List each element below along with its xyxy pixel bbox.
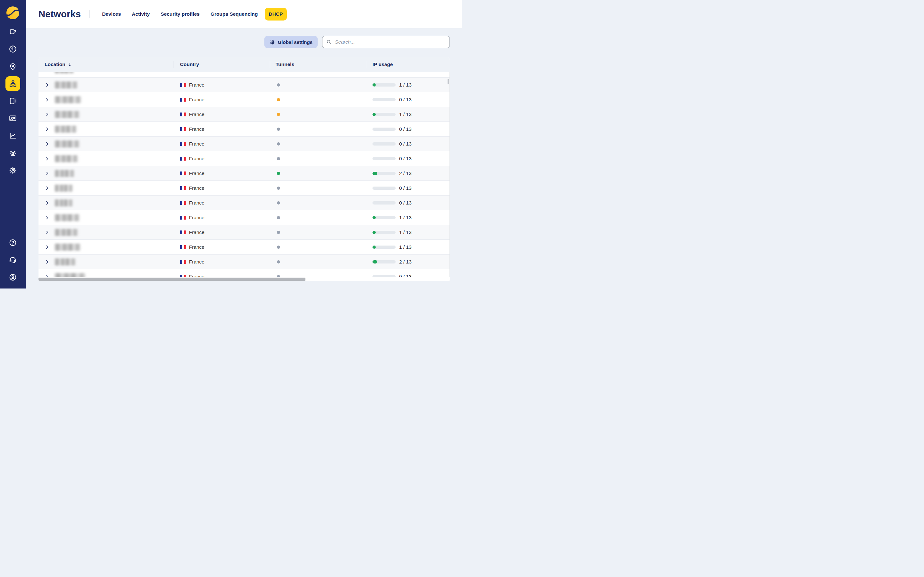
account-icon[interactable] [9,273,17,282]
tab-security-profiles[interactable]: Security profiles [157,8,204,21]
help-icon[interactable] [9,239,17,247]
partially-scrolled-row[interactable]: France 1 / 13 [39,72,449,77]
chevron-right-icon[interactable] [45,127,49,131]
brand-logo-icon[interactable] [6,6,19,19]
location-redacted [55,140,79,147]
chevron-right-icon[interactable] [45,142,49,146]
gear-icon [270,39,275,45]
chevron-right-icon[interactable] [45,259,49,264]
settings-gear-icon[interactable] [9,166,17,174]
ip-usage-value: 0 / 13 [399,269,412,277]
ip-usage-bar [373,201,396,205]
table-row[interactable]: France 2 / 13 [39,255,449,269]
ip-usage-bar-fill [373,260,377,263]
tab-groups-sequencing[interactable]: Groups Sequencing [206,8,262,21]
networks-icon[interactable] [5,76,20,91]
chevron-right-icon[interactable] [45,201,49,205]
location-redacted [55,243,81,251]
country-label: France [189,97,204,103]
table-row[interactable]: France 1 / 13 [39,77,449,92]
ip-usage-bar-fill [373,113,376,116]
global-settings-button[interactable]: Global settings [264,36,318,48]
horizontal-scrollbar-thumb[interactable] [39,277,305,281]
tunnel-status-dot [277,172,280,175]
tab-dhcp[interactable]: DHCP [265,8,287,21]
location-redacted [55,258,76,266]
ip-usage-value: 2 / 13 [399,255,412,269]
table-row[interactable]: France 2 / 13 [39,166,449,181]
chevron-right-icon[interactable] [45,230,49,235]
france-flag-icon [180,83,186,87]
table-row[interactable]: France 0 / 13 [39,195,449,210]
horizontal-scrollbar[interactable] [39,277,450,281]
search-input[interactable] [334,39,446,45]
france-flag-icon [180,142,186,146]
ip-usage-bar [373,113,396,116]
column-divider [270,61,270,68]
table-row[interactable]: France 0 / 13 [39,269,449,277]
ip-usage-value: 1 / 13 [399,210,412,225]
column-header-tunnels[interactable]: Tunnels [276,57,294,72]
devices-icon[interactable] [9,97,17,105]
chevron-right-icon[interactable] [45,83,49,87]
users-icon[interactable] [9,149,17,157]
country-label: France [189,244,204,250]
tunnel-status-dot [277,83,280,87]
chevron-right-icon[interactable] [45,171,49,176]
tab-devices[interactable]: Devices [98,8,125,21]
chevron-right-icon[interactable] [45,97,49,102]
table-row[interactable]: France 0 / 13 [39,92,449,107]
vertical-scrollbar-thumb[interactable] [447,79,449,84]
table-row[interactable]: France 0 / 13 [39,122,449,137]
france-flag-icon [180,275,186,277]
main-tabs: DevicesActivitySecurity profilesGroups S… [98,8,287,21]
table-body: France 1 / 13 France 1 / 13 France 0 / 1… [39,72,450,277]
table-row[interactable]: France 0 / 13 [39,151,449,166]
table-row[interactable]: France 1 / 13 [39,210,449,225]
country-label: France [189,229,204,235]
map-pin-icon[interactable] [9,62,17,71]
ip-usage-bar [373,172,396,175]
column-header-country[interactable]: Country [180,57,199,72]
ip-usage-bar [373,157,396,160]
tab-activity[interactable]: Activity [128,8,154,21]
location-redacted [55,81,78,89]
table-row[interactable]: France 0 / 13 [39,137,449,151]
chevron-right-icon[interactable] [45,186,49,190]
contact-card-icon[interactable] [9,114,17,122]
ip-usage-bar-fill [373,216,376,219]
table-row[interactable]: France 1 / 13 [39,72,449,77]
table-row[interactable]: France 1 / 13 [39,107,449,122]
analytics-chart-icon[interactable] [9,131,17,140]
tunnel-status-dot [277,157,280,160]
gauge-icon[interactable] [9,45,17,53]
country-label: France [189,111,204,117]
ip-usage-value: 0 / 13 [399,122,412,137]
table-row[interactable]: France 1 / 13 [39,225,449,240]
country-label: France [189,185,204,191]
table-row[interactable]: France 1 / 13 [39,240,449,255]
ip-usage-value: 1 / 13 [399,72,412,77]
ip-usage-value: 0 / 13 [399,181,412,195]
column-header-ip-usage[interactable]: IP usage [373,57,393,72]
support-headset-icon[interactable] [9,256,17,264]
france-flag-icon [180,113,186,117]
france-flag-icon [180,157,186,161]
chevron-right-icon[interactable] [45,274,49,277]
chevron-right-icon[interactable] [45,112,49,117]
ip-usage-value: 2 / 13 [399,166,412,181]
search-box[interactable] [322,36,450,48]
country-label: France [189,82,204,88]
chevron-right-icon[interactable] [45,156,49,161]
column-header-location[interactable]: Location [45,57,72,72]
location-redacted [55,229,78,236]
table-row[interactable]: France 0 / 13 [39,181,449,195]
country-label: France [189,259,204,265]
sidebar [0,0,26,288]
country-label: France [189,274,204,277]
chevron-right-icon[interactable] [45,215,49,220]
mug-icon[interactable] [9,27,17,36]
france-flag-icon [180,201,186,205]
tunnel-status-dot [277,216,280,219]
chevron-right-icon[interactable] [45,245,49,250]
